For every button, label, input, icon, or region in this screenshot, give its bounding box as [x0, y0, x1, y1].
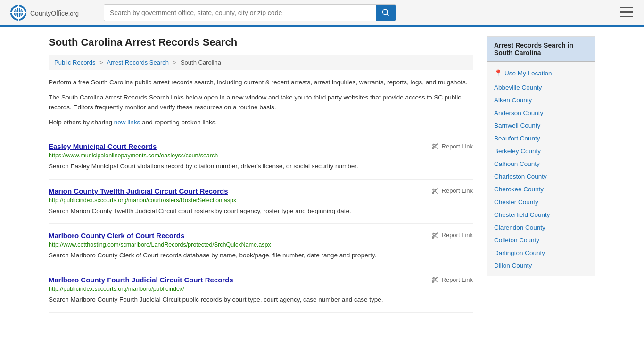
scissors-icon	[432, 276, 439, 283]
record-title[interactable]: Marlboro County Fourth Judicial Circuit …	[49, 276, 233, 284]
report-link-button[interactable]: Report Link	[432, 231, 473, 239]
search-bar[interactable]	[104, 4, 396, 21]
scissors-icon	[432, 231, 439, 239]
report-link-button[interactable]: Report Link	[432, 187, 473, 195]
sidebar-county-link[interactable]: Darlington County	[487, 247, 595, 259]
record-header: Easley Municipal Court Records Report Li…	[49, 142, 473, 150]
description-area: Perform a free South Carolina public arr…	[49, 77, 473, 127]
hamburger-icon	[620, 7, 633, 17]
sidebar-county-link[interactable]: Colleton County	[487, 234, 595, 247]
sidebar-box: Arrest Records Search in South Carolina …	[487, 36, 595, 276]
record-item: Marlboro County Fourth Judicial Circuit …	[49, 268, 473, 313]
search-button[interactable]	[376, 5, 396, 21]
svg-rect-8	[620, 16, 633, 17]
content-area: South Carolina Arrest Records Search Pub…	[49, 36, 473, 313]
breadcrumb-sep-1: >	[99, 59, 103, 66]
sidebar-county-link[interactable]: Clarendon County	[487, 221, 595, 234]
record-description: Search Marion County Twelfth Judicial Ci…	[49, 206, 473, 216]
record-url: http://publicindex.sccourts.org/marion/c…	[49, 197, 473, 204]
sidebar: Arrest Records Search in South Carolina …	[487, 36, 595, 313]
description-p1: Perform a free South Carolina public arr…	[49, 77, 473, 88]
record-header: Marlboro County Fourth Judicial Circuit …	[49, 276, 473, 284]
report-link-button[interactable]: Report Link	[432, 276, 473, 283]
main-container: South Carolina Arrest Records Search Pub…	[39, 27, 605, 322]
sidebar-county-link[interactable]: Anderson County	[487, 107, 595, 119]
report-link-label: Report Link	[442, 187, 473, 194]
logo-icon	[9, 4, 27, 22]
page-title: South Carolina Arrest Records Search	[49, 36, 473, 49]
logo-text: CountyOffice.org	[30, 8, 79, 18]
record-item: Marion County Twelfth Judicial Circuit C…	[49, 180, 473, 224]
sidebar-title: Arrest Records Search in South Carolina	[487, 37, 595, 62]
breadcrumb-link-arrest-records[interactable]: Arrest Records Search	[107, 59, 169, 66]
record-title[interactable]: Marion County Twelfth Judicial Circuit C…	[49, 187, 228, 195]
svg-rect-7	[620, 11, 633, 13]
record-item: Marlboro County Clerk of Court Records R…	[49, 224, 473, 268]
sidebar-county-link[interactable]: Calhoun County	[487, 157, 595, 170]
sidebar-county-link[interactable]: Aiken County	[487, 94, 595, 107]
report-link-label: Report Link	[442, 231, 473, 239]
sidebar-county-link[interactable]: Cherokee County	[487, 183, 595, 196]
sidebar-list: 📍 Use My Location Abbeville CountyAiken …	[487, 62, 595, 276]
county-list: Abbeville CountyAiken CountyAnderson Cou…	[487, 81, 595, 272]
search-input[interactable]	[104, 5, 376, 20]
description-p3: Help others by sharing new links and rep…	[49, 117, 473, 128]
svg-rect-6	[620, 7, 633, 8]
record-title[interactable]: Marlboro County Clerk of Court Records	[49, 231, 184, 239]
breadcrumb-link-public-records[interactable]: Public Records	[54, 59, 95, 66]
record-url: http://www.cotthosting.com/scmarlboro/La…	[49, 241, 473, 248]
sidebar-county-link[interactable]: Charleston County	[487, 170, 595, 183]
search-icon	[381, 8, 390, 17]
report-link-label: Report Link	[442, 143, 473, 150]
report-link-label: Report Link	[442, 276, 473, 283]
record-header: Marlboro County Clerk of Court Records R…	[49, 231, 473, 239]
new-links-link[interactable]: new links	[114, 119, 140, 126]
sidebar-county-link[interactable]: Chester County	[487, 196, 595, 208]
hamburger-menu-button[interactable]	[619, 5, 635, 21]
record-item: Easley Municipal Court Records Report Li…	[49, 135, 473, 179]
description-p2: The South Carolina Arrest Records Search…	[49, 92, 473, 113]
logo-name: CountyOffice	[30, 9, 68, 17]
site-header: CountyOffice.org	[0, 0, 644, 27]
record-description: Search Easley Municipal Court violations…	[49, 162, 473, 171]
sidebar-county-link[interactable]: Berkeley County	[487, 145, 595, 157]
record-url: http://publicindex.sccourts.org/marlboro…	[49, 286, 473, 292]
logo-area[interactable]: CountyOffice.org	[9, 4, 94, 22]
scissors-icon	[432, 187, 439, 195]
sidebar-county-link[interactable]: Abbeville County	[487, 81, 595, 94]
use-location-label: Use My Location	[504, 70, 552, 77]
sidebar-county-link[interactable]: Dillon County	[487, 259, 595, 272]
sidebar-county-link[interactable]: Chesterfield County	[487, 208, 595, 221]
breadcrumb-sep-2: >	[173, 59, 177, 66]
report-link-button[interactable]: Report Link	[432, 142, 473, 150]
logo-suffix: .org	[68, 10, 79, 17]
record-description: Search Marlboro County Clerk of Court re…	[49, 251, 473, 260]
record-url: https://www.municipalonlinepayments.com/…	[49, 152, 473, 159]
breadcrumb-current: South Carolina	[181, 59, 221, 66]
sidebar-county-link[interactable]: Beaufort County	[487, 132, 595, 145]
record-header: Marion County Twelfth Judicial Circuit C…	[49, 187, 473, 195]
location-pin-icon: 📍	[494, 69, 502, 77]
records-list: Easley Municipal Court Records Report Li…	[49, 135, 473, 313]
breadcrumb: Public Records > Arrest Records Search >…	[49, 55, 473, 70]
record-title[interactable]: Easley Municipal Court Records	[49, 142, 157, 150]
record-description: Search Marlboro County Fourth Judicial C…	[49, 295, 473, 304]
sidebar-county-link[interactable]: Barnwell County	[487, 119, 595, 132]
scissors-icon	[432, 142, 439, 150]
use-location-link[interactable]: 📍 Use My Location	[487, 66, 595, 81]
